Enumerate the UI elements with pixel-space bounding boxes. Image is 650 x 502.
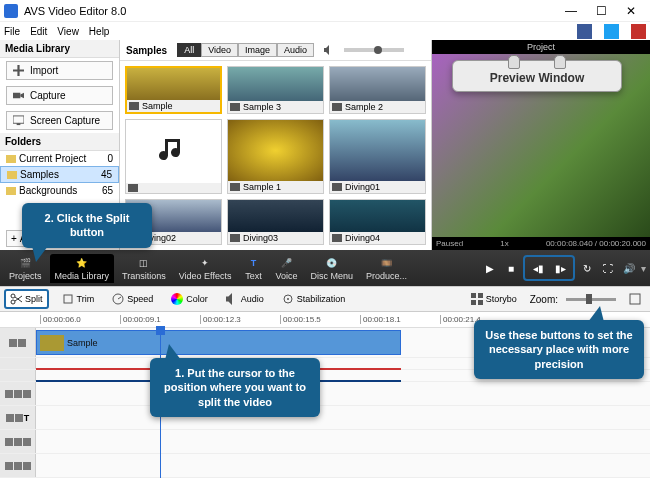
thumb-diving04[interactable]: Diving04 <box>329 199 426 245</box>
thumb-sample3[interactable]: Sample 3 <box>227 66 324 114</box>
thumb-sample2[interactable]: Sample 2 <box>329 66 426 114</box>
overlay-track-head[interactable] <box>0 382 36 405</box>
thumb-diving03[interactable]: Diving03 <box>227 199 324 245</box>
folder-samples[interactable]: Samples 45 <box>0 166 119 183</box>
audio-button[interactable]: Audio <box>221 291 269 307</box>
folders-header: Folders <box>0 133 119 151</box>
tab-transitions[interactable]: ◫Transitions <box>117 254 171 283</box>
preview-window-overlay: Preview Window <box>452 60 622 92</box>
svg-rect-14 <box>471 300 476 305</box>
video-icon <box>332 234 342 242</box>
svg-rect-8 <box>64 295 72 303</box>
next-frame-button[interactable]: ▮▸ <box>551 259 569 277</box>
text-track-head[interactable] <box>0 370 36 381</box>
media-filter: All Video Image Audio <box>177 43 314 57</box>
preview-header: Project <box>432 40 650 54</box>
video-track-head[interactable] <box>0 328 36 357</box>
text-overlay-track-head[interactable]: T <box>0 406 36 429</box>
folder-icon <box>6 187 16 195</box>
loop-button[interactable]: ↻ <box>578 259 596 277</box>
video-icon <box>230 183 240 191</box>
filter-video[interactable]: Video <box>201 43 238 57</box>
audio2-track-head[interactable] <box>0 454 36 477</box>
zoom-slider[interactable] <box>566 298 616 301</box>
audio-icon <box>128 184 138 192</box>
video-icon <box>332 103 342 111</box>
svg-rect-4 <box>7 171 17 179</box>
svg-rect-5 <box>6 187 16 195</box>
mute-button[interactable]: 🔊 <box>620 259 638 277</box>
video-clip[interactable]: Sample <box>36 330 401 355</box>
prev-frame-button[interactable]: ◂▮ <box>529 259 547 277</box>
callout-split: 2. Click the Split button <box>22 203 152 248</box>
trim-icon <box>62 293 74 305</box>
media-library-header: Media Library <box>0 40 119 58</box>
color-button[interactable]: Color <box>166 291 213 307</box>
close-button[interactable]: ✕ <box>616 4 646 18</box>
play-button[interactable]: ▶ <box>481 259 499 277</box>
eye-icon <box>5 390 13 398</box>
tab-voice[interactable]: 🎤Voice <box>270 254 302 283</box>
storyboard-button[interactable]: Storybo <box>466 291 522 307</box>
folder-backgrounds[interactable]: Backgrounds 65 <box>0 183 119 198</box>
camera-icon <box>13 90 24 101</box>
fit-button[interactable] <box>624 291 646 307</box>
fit-icon <box>629 293 641 305</box>
trim-button[interactable]: Trim <box>57 291 100 307</box>
frame-step-group: ◂▮ ▮▸ <box>523 255 575 281</box>
stabilization-button[interactable]: Stabilization <box>277 291 351 307</box>
capture-button[interactable]: Capture <box>6 86 113 105</box>
screen-capture-button[interactable]: Screen Capture <box>6 111 113 130</box>
thumb-sample1[interactable]: Sample 1 <box>227 119 324 193</box>
tab-text[interactable]: TText <box>239 254 267 283</box>
maximize-button[interactable]: ☐ <box>586 4 616 18</box>
tab-video-effects[interactable]: ✦Video Effects <box>174 254 237 283</box>
svg-rect-1 <box>13 116 24 123</box>
menu-help[interactable]: Help <box>89 26 110 37</box>
tab-media-library[interactable]: ⭐Media Library <box>50 254 115 283</box>
menu-edit[interactable]: Edit <box>30 26 47 37</box>
tab-produce[interactable]: 🎞️Produce... <box>361 254 412 283</box>
speaker-icon <box>23 438 31 446</box>
import-button[interactable]: Import <box>6 61 113 80</box>
fx-track-head[interactable] <box>0 358 36 369</box>
app-icon <box>4 4 18 18</box>
svg-rect-12 <box>471 293 476 298</box>
stop-button[interactable]: ■ <box>502 259 520 277</box>
youtube-icon[interactable] <box>631 24 646 39</box>
filter-all[interactable]: All <box>177 43 201 57</box>
minimize-button[interactable]: — <box>556 4 586 18</box>
volume-slider[interactable] <box>344 48 404 52</box>
filter-image[interactable]: Image <box>238 43 277 57</box>
twitter-icon[interactable] <box>604 24 619 39</box>
speed-button[interactable]: Speed <box>107 291 158 307</box>
timeline-toolbar: Split Trim Speed Color Audio Stabilizati… <box>0 286 650 312</box>
svg-rect-2 <box>17 123 21 125</box>
folder-current-project[interactable]: Current Project 0 <box>0 151 119 166</box>
svg-rect-0 <box>13 93 20 99</box>
menu-view[interactable]: View <box>57 26 79 37</box>
video-icon <box>230 234 240 242</box>
music-note-icon <box>159 136 189 166</box>
menu-file[interactable]: File <box>4 26 20 37</box>
callout-cursor: 1. Put the cursor to the position where … <box>150 358 320 417</box>
facebook-icon[interactable] <box>577 24 592 39</box>
tab-disc-menu[interactable]: 💿Disc Menu <box>305 254 358 283</box>
preview-status: Paused <box>436 239 463 248</box>
thumb-sample[interactable]: Sample <box>125 66 222 114</box>
filter-audio[interactable]: Audio <box>277 43 314 57</box>
plus-icon: + <box>11 233 17 244</box>
thumb-diving01[interactable]: Diving01 <box>329 119 426 193</box>
split-button[interactable]: Split <box>4 289 49 309</box>
svg-point-7 <box>11 300 15 304</box>
video-icon <box>23 390 31 398</box>
preview-speed: 1x <box>500 239 508 248</box>
gauge-icon <box>112 293 124 305</box>
audio1-track-head[interactable] <box>0 430 36 453</box>
svg-point-6 <box>11 294 15 298</box>
color-wheel-icon <box>171 293 183 305</box>
fullscreen-button[interactable]: ⛶ <box>599 259 617 277</box>
lock-icon <box>15 414 23 422</box>
thumb-audio[interactable] <box>125 119 222 193</box>
lock-icon <box>18 339 26 347</box>
